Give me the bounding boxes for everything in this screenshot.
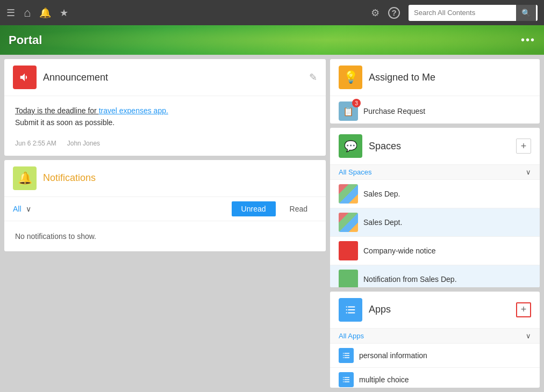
right-column: 💡 Assigned to Me 📋 3 Purchase Request 💬 … [330, 59, 540, 388]
space-thumb-1 [339, 213, 358, 232]
space-label-1: Sales Dept. [363, 218, 402, 227]
apps-title: Apps [369, 304, 516, 315]
app-list-icon-1 [342, 375, 350, 384]
space-label-2: Company-wide notice [363, 246, 436, 255]
menu-icon[interactable]: ☰ [6, 7, 15, 19]
announcement-body: Today is the deadline for travel expense… [4, 96, 326, 156]
assigned-to-me-title: Assigned to Me [369, 72, 531, 83]
apps-icon-container [339, 298, 362, 322]
apps-filter-chevron-icon[interactable]: ∨ [526, 332, 531, 340]
purchase-request-icon: 📋 3 [339, 101, 358, 121]
filter-all-label[interactable]: All [13, 205, 22, 213]
home-icon[interactable]: ⌂ [24, 6, 31, 20]
spaces-card: 💬 Spaces + All Spaces ∨ Sales Dep. Sales… [330, 128, 540, 287]
announcement-icon [13, 66, 37, 89]
notifications-title: Notifications [43, 172, 96, 184]
announcement-text-prefix: Today is the deadline for [15, 106, 99, 115]
assigned-item[interactable]: 📋 3 Purchase Request [330, 96, 540, 124]
space-thumb-0 [339, 184, 358, 204]
announcement-text: Today is the deadline for travel expense… [15, 105, 315, 129]
left-column: Announcement ✎ Today is the deadline for… [4, 59, 326, 388]
assigned-to-me-header: 💡 Assigned to Me [330, 59, 540, 96]
assigned-icon-container: 💡 [339, 66, 362, 89]
unread-button[interactable]: Unread [232, 201, 276, 216]
search-bar: 🔍 [409, 5, 538, 21]
portal-title: Portal [9, 33, 42, 47]
apps-filter-label[interactable]: All Apps [339, 332, 364, 340]
space-item-2[interactable]: Company-wide notice [330, 236, 540, 265]
apps-card: Apps + All Apps ∨ personal information [330, 292, 540, 388]
gear-icon[interactable]: ⚙ [371, 7, 380, 19]
apps-header: Apps + [330, 292, 540, 328]
chat-icon: 💬 [344, 140, 357, 153]
spaces-icon-container: 💬 [339, 134, 362, 158]
space-thumb-2 [339, 241, 358, 260]
announcement-text-body: Submit it as soon as possible. [15, 118, 114, 127]
announcement-header: Announcement ✎ [4, 59, 326, 96]
purchase-request-badge: 3 [352, 99, 361, 107]
app-icon-1 [339, 372, 354, 387]
spaces-header: 💬 Spaces + [330, 128, 540, 164]
announcement-card: Announcement ✎ Today is the deadline for… [4, 59, 326, 156]
notifications-header: 🔔 Notifications [4, 160, 326, 197]
apps-list-icon [345, 304, 356, 316]
space-label-0: Sales Dep. [363, 190, 400, 198]
space-thumb-3 [339, 270, 358, 287]
portal-more-button[interactable]: ••• [521, 34, 535, 46]
bell-icon[interactable]: 🔔 [39, 7, 51, 19]
notifications-card: 🔔 Notifications All ∨ Unread Read No not… [4, 160, 326, 251]
edit-icon[interactable]: ✎ [309, 71, 317, 83]
announcement-title: Announcement [43, 72, 309, 83]
app-label-1: multiple choice [359, 375, 409, 384]
announcement-meta: Jun 6 2:55 AM John Jones [15, 140, 315, 147]
space-item-3[interactable]: Notification from Sales Dep. [330, 265, 540, 287]
portal-header: Portal ••• [0, 25, 544, 55]
megaphone-icon [19, 71, 31, 83]
filter-chevron-icon[interactable]: ∨ [26, 205, 31, 213]
notifications-filter-bar: All ∨ Unread Read [4, 197, 326, 221]
spaces-filter-label[interactable]: All Spaces [339, 168, 371, 176]
read-button[interactable]: Read [280, 201, 317, 216]
top-navigation: ☰ ⌂ 🔔 ★ ⚙ ? 🔍 [0, 0, 544, 25]
space-item-1[interactable]: Sales Dept. [330, 208, 540, 236]
notification-icon-container: 🔔 [13, 166, 37, 190]
bell-notif-icon: 🔔 [18, 171, 32, 185]
spaces-add-button[interactable]: + [516, 139, 531, 154]
spaces-title: Spaces [369, 141, 516, 152]
purchase-request-label: Purchase Request [363, 107, 425, 115]
space-item-0[interactable]: Sales Dep. [330, 179, 540, 208]
app-item-0[interactable]: personal information [330, 343, 540, 367]
assigned-to-me-card: 💡 Assigned to Me 📋 3 Purchase Request [330, 59, 540, 124]
notifications-empty-message: No notifications to show. [4, 221, 326, 251]
apps-add-button[interactable]: + [516, 302, 531, 317]
app-list-icon-0 [342, 351, 350, 360]
lightbulb-icon: 💡 [343, 70, 358, 84]
apps-filter-bar: All Apps ∨ [330, 328, 540, 343]
main-content: Announcement ✎ Today is the deadline for… [0, 55, 544, 392]
spaces-filter-bar: All Spaces ∨ [330, 164, 540, 179]
search-button[interactable]: 🔍 [516, 5, 536, 21]
spaces-filter-chevron-icon[interactable]: ∨ [526, 168, 531, 176]
app-icon-0 [339, 348, 354, 363]
search-input[interactable] [409, 5, 516, 20]
travel-expenses-link[interactable]: travel expenses app. [99, 106, 168, 115]
announcement-date: Jun 6 2:55 AM [15, 140, 56, 147]
app-label-0: personal information [359, 351, 427, 360]
help-icon[interactable]: ? [388, 7, 400, 19]
space-label-3: Notification from Sales Dep. [363, 275, 457, 284]
announcement-author: John Jones [67, 140, 100, 147]
app-item-1[interactable]: multiple choice [330, 367, 540, 388]
star-icon[interactable]: ★ [60, 7, 68, 19]
